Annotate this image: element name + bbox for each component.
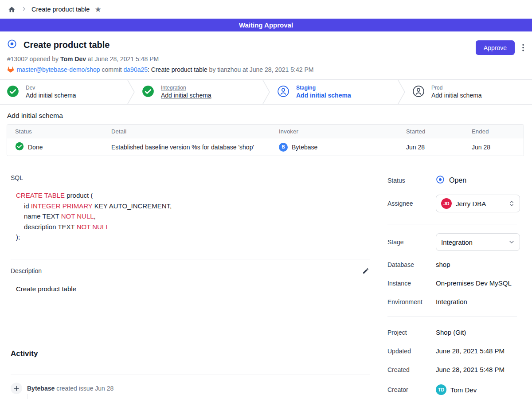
description-text: Create product table <box>16 285 370 293</box>
stage-separator <box>397 80 406 104</box>
creator-avatar: TD <box>436 384 446 395</box>
task-status-text: Done <box>28 144 43 151</box>
sql-line: description TEXT NOT NULL <box>16 222 370 232</box>
assignee-name: Jerry DBA <box>456 200 486 207</box>
task-section-title: Add initial schema <box>7 112 524 120</box>
invoker-avatar: B <box>279 143 288 152</box>
creator-label: Creator <box>387 386 436 393</box>
sql-token: , <box>94 212 96 220</box>
approve-button[interactable]: Approve <box>476 40 515 55</box>
open-status-icon <box>436 175 445 186</box>
issue-open-status-icon <box>7 39 17 51</box>
task-detail-cell: Established baseline version %s for data… <box>103 144 271 151</box>
project-label: Project <box>387 329 436 336</box>
more-actions-button[interactable] <box>521 42 525 53</box>
sql-token: name TEXT <box>24 212 61 220</box>
table-row[interactable]: Done Established baseline version %s for… <box>7 138 524 156</box>
commit-hash-link[interactable]: da90a25 <box>124 66 148 73</box>
app-root: Create product table ★ Waiting Approval … <box>0 0 532 399</box>
project-value: Shop (Git) <box>436 329 466 336</box>
check-circle-icon <box>142 85 154 99</box>
column-header-started: Started <box>398 128 464 135</box>
creator-name: Tom Dev <box>450 386 477 394</box>
stage-env-label: Dev <box>26 85 76 91</box>
database-label: Database <box>387 261 436 268</box>
task-status-cell: Done <box>7 142 103 152</box>
updated-label: Updated <box>387 348 436 355</box>
sql-token: ); <box>16 233 20 241</box>
stage-env-label: Integration <box>161 85 211 91</box>
column-header-ended: Ended <box>464 128 524 135</box>
instance-label: Instance <box>387 280 436 287</box>
sql-token: id <box>24 202 31 210</box>
favorite-star-icon[interactable]: ★ <box>94 6 101 13</box>
issue-meta: #13002 opened by Tom Dev at June 28, 202… <box>7 55 525 63</box>
commit-hash-group: da90a25: <box>124 66 149 73</box>
home-icon[interactable] <box>7 5 16 14</box>
stage-task-label: Add initial schema <box>431 92 482 99</box>
user-circle-icon <box>412 85 425 99</box>
plus-icon <box>11 383 22 394</box>
sql-token: KEY AUTO_INCREMENT, <box>92 202 172 210</box>
sql-code-block: CREATE TABLE product ( id INTEGER PRIMAR… <box>16 190 370 243</box>
edit-description-button[interactable] <box>361 266 370 275</box>
sql-token: description TEXT <box>24 223 77 231</box>
issue-detail-panel: SQL CREATE TABLE product ( id INTEGER PR… <box>0 164 381 399</box>
sql-line: CREATE TABLE product ( <box>16 190 370 201</box>
commit-colon: : <box>148 66 149 73</box>
activity-timeline-line <box>27 394 27 399</box>
user-circle-icon <box>277 85 289 99</box>
activity-action: created issue Jun 28 <box>55 385 113 392</box>
stage-selected-value: Integration <box>441 239 473 246</box>
status-label: Status <box>387 177 436 184</box>
stage-separator <box>126 80 135 104</box>
stage-dev[interactable]: Dev Add initial schema <box>0 80 126 104</box>
stage-prod[interactable]: Prod Add initial schema <box>406 80 532 104</box>
commit-word: commit <box>102 66 122 73</box>
database-value: shop <box>436 261 450 268</box>
invoker-name: Bytebase <box>292 144 317 151</box>
sql-token: INTEGER PRIMARY <box>31 202 93 210</box>
pipeline-stage-bar: Dev Add initial schema Integration Add i… <box>0 79 532 105</box>
sql-line: id INTEGER PRIMARY KEY AUTO_INCREMENT, <box>16 201 370 211</box>
issue-header: Create product table Approve #13002 open… <box>0 31 532 79</box>
task-ended-cell: Jun 28 <box>464 144 524 151</box>
stage-task-label: Add initial schema <box>26 92 76 99</box>
commit-info: master@bytebase-demo/shop commit da90a25… <box>7 66 525 73</box>
issue-sidebar: Status Open Assignee JD Jerry DBA <box>381 164 532 399</box>
sql-token: NOT NULL <box>77 223 110 231</box>
status-text: Open <box>449 176 466 184</box>
issue-author: Tom Dev <box>60 55 86 63</box>
sql-line: name TEXT NOT NULL, <box>16 211 370 222</box>
updated-value: June 28, 2021 5:48 PM <box>436 347 505 355</box>
task-section: Add initial schema Status Detail Invoker… <box>0 105 532 164</box>
task-table: Status Detail Invoker Started Ended Done… <box>7 124 524 156</box>
sql-line: ); <box>16 232 370 243</box>
branch-repo-link[interactable]: master@bytebase-demo/shop <box>17 66 100 73</box>
activity-actor: Bytebase <box>27 385 55 392</box>
column-header-detail: Detail <box>103 128 271 135</box>
stage-env-label: Prod <box>431 85 482 91</box>
environment-label: Environment <box>387 298 436 305</box>
instance-value: On-premises Dev MySQL <box>436 279 512 287</box>
commit-byline: by tianzhou at June 28, 2021 5:42 PM <box>209 66 314 73</box>
divider <box>11 259 370 259</box>
page-title: Create product table <box>23 39 110 50</box>
issue-opened-at: at June 28, 2021 5:48 PM <box>86 55 159 63</box>
stage-task-label: Add initial schema <box>296 92 351 99</box>
sql-token: CREATE TABLE <box>16 192 65 199</box>
activity-section-title: Activity <box>11 349 370 358</box>
sql-token: product ( <box>65 192 93 199</box>
main-content: SQL CREATE TABLE product ( id INTEGER PR… <box>0 164 532 399</box>
column-header-invoker: Invoker <box>271 128 398 135</box>
gitlab-icon <box>7 66 14 73</box>
stage-staging[interactable]: Staging Add initial schema <box>270 80 397 104</box>
created-label: Created <box>387 366 436 373</box>
chevron-right-icon <box>21 5 27 13</box>
check-circle-icon <box>7 85 19 99</box>
creator-value: TD Tom Dev <box>436 384 477 395</box>
stage-select[interactable]: Integration <box>436 233 520 251</box>
assignee-select[interactable]: JD Jerry DBA <box>436 195 520 212</box>
assignee-label: Assignee <box>387 200 436 207</box>
stage-integration[interactable]: Integration Add initial schema <box>135 80 262 104</box>
